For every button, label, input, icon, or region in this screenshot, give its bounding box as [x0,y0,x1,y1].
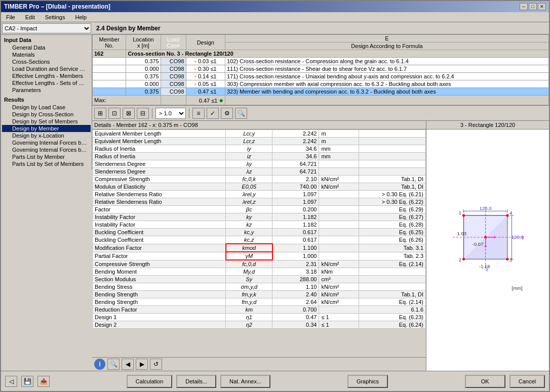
sidebar-item-materials[interactable]: Materials [2,51,91,58]
window-title: TIMBER Pro – [Dlubal - presentation] [4,3,110,10]
svg-point-15 [506,257,508,260]
sidebar-item-design-cross-section[interactable]: Design by Cross-Section [2,111,91,118]
details-bottom-bar: i 🔍 ◀ ▶ ↺ [92,357,426,371]
sidebar-item-parts-list-set[interactable]: Parts List by Set of Members [2,160,91,167]
details-row: Buckling Coefficientkc,y0.617Eq. (6.25) [93,229,426,236]
input-data-header: Input Data [2,36,91,44]
details-row: Relative Slenderness Ratioλrel,z1.097> 0… [93,198,426,206]
col-header-a: MemberNo. [93,35,126,50]
input-data-section: Input Data General Data Materials Cross-… [2,36,91,94]
svg-text:1: 1 [459,210,461,215]
details-title: Details - Member 162 - x: 0.375 m - CO98 [92,121,426,129]
toolbar-btn-7[interactable]: ⚙ [221,108,233,119]
sidebar-item-general-data[interactable]: General Data [2,44,91,51]
export-btn[interactable]: 📤 [37,376,50,387]
menu-bar: File Edit Settings Help [1,12,549,22]
details-row: Radius of Inertiaiy34.6mm [93,145,426,153]
details-row: Radius of Inertiaiz34.6mm [93,153,426,160]
menu-help[interactable]: Help [72,13,90,21]
bottom-bar: ◁ 💾 📤 Calculation Details... Nat. Annex.… [1,371,549,391]
details-table-wrap: Equivalent Member LengthLcr,y2.242mEquiv… [92,129,426,357]
sidebar-item-gov-forces-member[interactable]: Governing Internal Forces by M... [2,139,91,146]
details-next-btn[interactable]: ▶ [136,359,148,370]
details-row: Bending Strengthfm,y,k2.40kN/cm²Tab.1, D… [93,291,426,298]
sidebar-content: Input Data General Data Materials Cross-… [1,35,92,169]
window-controls: ─ □ ✕ [520,3,546,10]
sidebar-item-parts-list-member[interactable]: Parts List by Member [2,153,91,160]
sidebar: CA2 - Impact Input Data General Data Mat… [1,22,92,371]
maximize-button[interactable]: □ [529,3,537,10]
details-row: Design 1η10.47≤ 1Eq. (6.23) [93,314,426,321]
toolbar-btn-3[interactable]: ⊠ [123,108,135,119]
menu-edit[interactable]: Edit [22,13,38,21]
sidebar-item-parameters[interactable]: Parameters [2,86,91,94]
sidebar-item-cross-sections[interactable]: Cross-Sections [2,58,91,65]
details-row: Partial FactorγM1.000Tab. 2.3 [93,252,426,260]
details-panel: Details - Member 162 - x: 0.375 m - CO98… [92,121,426,371]
sidebar-item-load-duration[interactable]: Load Duration and Service Cla... [2,65,91,72]
details-row: Bending Stressσm,y,d1.10kN/cm² [93,283,426,291]
col-header-d: Design [186,35,225,50]
info-button[interactable]: i [94,359,105,370]
sidebar-item-design-set-members[interactable]: Design by Set of Members [2,118,91,125]
svg-text:y: y [522,234,524,239]
toolbar-separator-2 [189,108,189,118]
graphics-button[interactable]: Graphics [347,375,388,388]
toolbar-btn-8[interactable]: 🔍 [235,108,247,119]
table-row: 0.000 CO98 ▪ 0.30 ≤1 111) Cross-section … [93,65,549,73]
details-zoom-btn[interactable]: 🔍 [107,359,120,370]
toolbar-btn-2[interactable]: ⊡ [108,108,121,119]
col-header-c: LoadCase [161,35,186,50]
panel-title: 2.4 Design by Member [92,22,549,34]
calculation-button[interactable]: Calculation [127,375,172,388]
svg-point-12 [462,214,465,216]
close-button[interactable]: ✕ [538,3,546,10]
main-content: CA2 - Impact Input Data General Data Mat… [1,22,549,371]
details-button[interactable]: Details... [176,375,216,388]
details-row: Equivalent Member LengthLcr,y2.242m [93,130,426,138]
nat-annex-button[interactable]: Nat. Annex... [220,375,270,388]
details-prev-btn[interactable]: ◀ [122,359,134,370]
details-row: Bending Strengthfm,y,d2.64kN/cm²Eq. (2.1… [93,298,426,306]
toolbar-btn-1[interactable]: ⊞ [94,108,106,119]
sidebar-item-eff-lengths-sets[interactable]: Effective Lengths - Sets of Me... [2,79,91,86]
sidebar-item-design-member[interactable]: Design by Member [2,125,91,132]
menu-file[interactable]: File [3,13,18,21]
filter-select[interactable]: > 1.0 [155,108,186,119]
details-row: Modification Factorkmod1.100Tab. 3.1 [93,244,426,252]
results-header: Results [2,96,91,104]
menu-settings[interactable]: Settings [42,13,68,21]
save-btn[interactable]: 💾 [21,376,33,387]
minimize-button[interactable]: ─ [520,3,528,10]
svg-point-13 [506,214,508,216]
details-refresh-btn[interactable]: ↺ [150,359,162,370]
details-row: Modulus of ElasticityE0,05740.00kN/cm²Ta… [93,183,426,191]
toolbar-btn-5[interactable]: ≡ [192,108,205,119]
col-header-b: Locationx [m] [126,35,161,50]
toolbar-btn-6[interactable]: ✓ [207,108,219,119]
sidebar-item-gov-forces-set[interactable]: Governing Internal Forces by S... [2,146,91,153]
details-row: Equivalent Member LengthLcr,z2.242m [93,138,426,145]
svg-text:2: 2 [459,256,461,262]
section-member-no: 162 [93,50,126,58]
details-row: Compressive Strengthfc,0,k2.10kN/cm²Tab.… [93,176,426,183]
details-row: Factorβc0.200Eq. (6.29) [93,206,426,213]
load-case-dropdown[interactable]: CA2 - Impact [2,23,91,33]
sidebar-item-design-x-location[interactable]: Design by x-Location [2,132,91,139]
sidebar-item-design-load-case[interactable]: Design by Load Case [2,104,91,111]
col-header-e: E [225,35,548,42]
details-row: Design 2η20.34≤ 1Eq. (6.24) [93,321,426,329]
cross-section-svg: 120.0 120.0 [440,202,536,298]
details-row: Bending MomentMy,d3.18kNm [93,268,426,276]
nav-back-btn[interactable]: ◁ [5,376,17,387]
details-row: Section ModulusSy288.00cm³ [93,276,426,283]
toolbar-btn-4[interactable]: ⊟ [137,108,149,119]
right-panel: 2.4 Design by Member MemberNo. Locationx… [92,22,549,371]
details-table: Equivalent Member LengthLcr,y2.242mEquiv… [92,129,426,329]
sidebar-item-eff-lengths-members[interactable]: Effective Lengths - Members [2,72,91,79]
svg-text:1.03: 1.03 [457,230,467,236]
details-row: Buckling Coefficientkc,z0.617Eq. (6.26) [93,236,426,244]
ok-button[interactable]: OK [465,375,505,388]
cancel-button[interactable]: Cancel [509,375,545,388]
details-row: Instability Factorky1.182Eq. (6.27) [93,213,426,221]
